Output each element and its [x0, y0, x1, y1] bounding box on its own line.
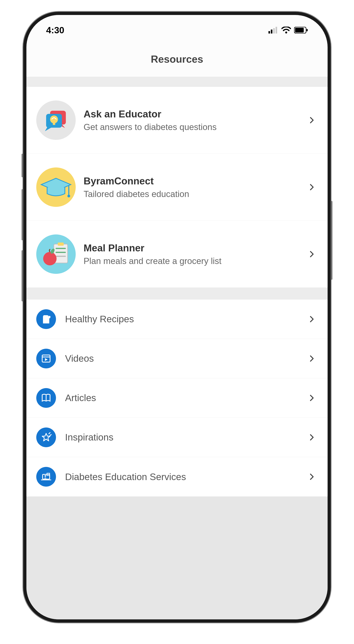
- svg-rect-24: [43, 322, 49, 324]
- oven-mitt-icon: [36, 309, 56, 329]
- svg-rect-13: [53, 123, 55, 125]
- row-articles[interactable]: Articles: [27, 378, 327, 418]
- graduation-cap-icon: [36, 168, 76, 207]
- wifi-icon: [281, 26, 291, 34]
- row-subtitle: Tailored diabetes education: [84, 189, 300, 199]
- book-icon: [36, 388, 56, 408]
- section-divider: [27, 77, 327, 87]
- row-videos[interactable]: Videos: [27, 339, 327, 378]
- row-label: Diabetes Education Services: [65, 472, 299, 482]
- chevron-right-icon: [308, 183, 316, 191]
- svg-marker-27: [45, 358, 48, 361]
- svg-point-4: [285, 32, 287, 34]
- status-indicators: [268, 26, 308, 34]
- svg-point-22: [43, 252, 57, 265]
- row-inspirations[interactable]: Inspirations: [27, 418, 327, 457]
- row-label: Videos: [65, 353, 299, 364]
- empty-area: [27, 496, 327, 619]
- chevron-right-icon: [308, 394, 316, 402]
- chevron-right-icon: [308, 116, 316, 124]
- svg-marker-29: [42, 434, 50, 441]
- row-ask-educator[interactable]: Ask an Educator Get answers to diabetes …: [27, 87, 327, 154]
- row-label: Articles: [65, 392, 299, 403]
- svg-rect-3: [275, 27, 277, 34]
- svg-rect-25: [42, 355, 50, 362]
- svg-rect-32: [43, 474, 50, 479]
- page-header: Resources: [27, 40, 327, 77]
- svg-rect-0: [268, 31, 270, 34]
- chevron-right-icon: [308, 434, 316, 441]
- svg-point-12: [50, 116, 58, 123]
- featured-list: Ask an Educator Get answers to diabetes …: [27, 87, 327, 288]
- laptop-presentation-icon: [36, 467, 56, 486]
- chevron-right-icon: [308, 250, 316, 258]
- video-icon: [36, 349, 56, 368]
- svg-rect-18: [58, 242, 64, 246]
- meal-planner-icon: [36, 234, 76, 274]
- svg-marker-11: [45, 126, 53, 131]
- row-meal-planner[interactable]: Meal Planner Plan meals and create a gro…: [27, 221, 327, 288]
- svg-line-31: [50, 434, 51, 435]
- star-icon: [36, 428, 56, 447]
- row-subtitle: Plan meals and create a grocery list: [84, 256, 300, 266]
- row-subtitle: Get answers to diabetes questions: [84, 122, 300, 132]
- battery-icon: [294, 27, 308, 34]
- svg-rect-2: [273, 28, 275, 34]
- row-title: ByramConnect: [84, 175, 300, 187]
- row-title: Meal Planner: [84, 242, 300, 254]
- cellular-icon: [268, 27, 278, 34]
- status-time: 4:30: [46, 25, 64, 36]
- svg-point-34: [45, 475, 46, 477]
- row-label: Inspirations: [65, 432, 299, 443]
- chevron-right-icon: [308, 315, 316, 323]
- status-bar: 4:30: [27, 15, 327, 40]
- row-healthy-recipes[interactable]: Healthy Recipes: [27, 300, 327, 339]
- row-byram-connect[interactable]: ByramConnect Tailored diabetes education: [27, 154, 327, 221]
- row-title: Ask an Educator: [84, 108, 300, 120]
- phone-frame: 4:30: [23, 12, 331, 622]
- section-divider: [27, 288, 327, 300]
- chat-bubble-icon: [36, 100, 76, 140]
- svg-point-16: [67, 195, 70, 198]
- svg-rect-7: [306, 29, 308, 31]
- row-diabetes-education[interactable]: Diabetes Education Services: [27, 457, 327, 496]
- simple-list: Healthy Recipes Videos: [27, 300, 327, 496]
- page-title: Resources: [27, 53, 327, 65]
- row-label: Healthy Recipes: [65, 314, 299, 324]
- svg-rect-1: [271, 30, 272, 34]
- svg-rect-6: [295, 28, 304, 32]
- svg-line-30: [49, 432, 50, 434]
- chevron-right-icon: [308, 473, 316, 481]
- chevron-right-icon: [308, 354, 316, 362]
